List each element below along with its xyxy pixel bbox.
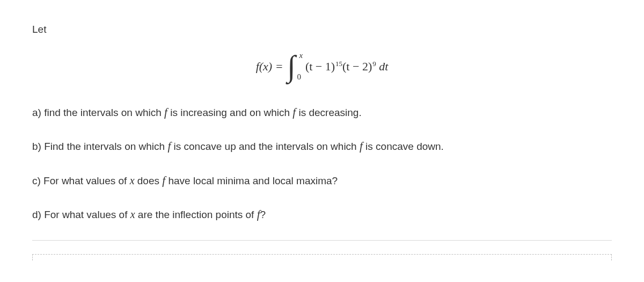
exponent-1: 15 (335, 60, 342, 68)
answer-input-area[interactable] (32, 254, 612, 261)
qc-mid1: does (135, 175, 163, 186)
question-b: b) Find the intervals on which f is conc… (32, 138, 612, 156)
formula-display: f(x) = ∫ x 0 (t − 1)15(t − 2)9 dt (32, 51, 612, 82)
qb-label: b) Find the intervals on which (32, 141, 167, 152)
problem-content: Let f(x) = ∫ x 0 (t − 1)15(t − 2)9 dt a)… (32, 21, 612, 261)
qa-label: a) find the intervals on which (32, 107, 164, 118)
divider-line (32, 240, 612, 241)
qd-mid1: are the inflection points of (135, 209, 257, 220)
qa-mid1: is increasing and on which (167, 107, 292, 118)
integral-lower-limit: 0 (297, 70, 302, 83)
question-a: a) find the intervals on which f is incr… (32, 104, 612, 122)
differential: dt (376, 60, 389, 73)
formula-lhs: f(x) = (256, 57, 283, 76)
qd-end: ? (260, 209, 266, 220)
integrand-part2: (t − 2) (342, 60, 372, 73)
qc-end: have local minima and local maxima? (165, 175, 338, 186)
integral-symbol: ∫ x 0 (288, 51, 296, 82)
qc-x: x (130, 175, 135, 186)
question-c: c) For what values of x does f have loca… (32, 172, 612, 190)
qa-end: is decreasing. (296, 107, 362, 118)
qd-x: x (130, 208, 135, 220)
question-d: d) For what values of x are the inflecti… (32, 206, 612, 224)
qb-mid1: is concave up and the intervals on which (171, 141, 360, 152)
integral-upper-limit: x (299, 49, 303, 62)
qd-label: d) For what values of (32, 209, 130, 220)
intro-text: Let (32, 21, 612, 38)
integrand-expression: (t − 1)15(t − 2)9 dt (305, 57, 388, 76)
integrand-part1: (t − 1) (305, 60, 335, 73)
qc-label: c) For what values of (32, 175, 130, 186)
qb-end: is concave down. (363, 141, 444, 152)
